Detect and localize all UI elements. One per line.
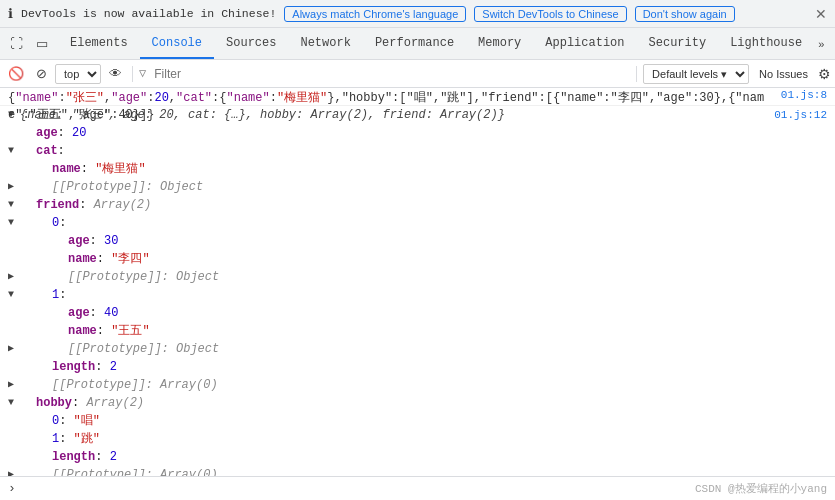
tab-memory[interactable]: Memory (466, 28, 533, 59)
filter-input[interactable] (150, 65, 630, 83)
tabs-container: Elements Console Sources Network Perform… (58, 28, 828, 59)
friend-1-name-val: "王五" (111, 322, 149, 340)
toolbar-divider2 (636, 66, 637, 82)
log-line-1-source[interactable]: 01.js:8 (777, 89, 827, 101)
tab-bar-left-icons: ⛶ ▭ (4, 32, 54, 56)
toggle-filter-btn[interactable]: ⊘ (32, 64, 51, 83)
tab-bar-right-icons: ⚙ ⋮ ✕ (828, 32, 835, 56)
footer-watermark: CSDN @热爱编程的小yang (695, 481, 827, 496)
friend-1-index: 1 (52, 286, 59, 304)
prop-hobby-key: hobby (36, 394, 72, 412)
console-prompt-icon: › (8, 481, 16, 496)
prop-friend-type: Array(2) (94, 196, 152, 214)
friend-1-name: name : "王五" (0, 322, 835, 340)
log-line-1: {"name":"张三","age":20,"cat":{"name":"梅里猫… (0, 88, 835, 106)
clear-console-btn[interactable]: 🚫 (4, 64, 28, 83)
friend-0-age: age : 30 (0, 232, 835, 250)
friend-1-age-val: 40 (104, 304, 118, 322)
friend-0-proto-label: [[Prototype]]: Object (68, 268, 219, 286)
prop-age: age : 20 (0, 124, 835, 142)
dont-show-btn[interactable]: Don't show again (635, 6, 735, 22)
notification-icon: ℹ (8, 6, 13, 22)
notification-close-btn[interactable]: ✕ (815, 6, 827, 22)
hobby-0-val: "唱" (74, 412, 100, 430)
friend-1-age: age : 40 (0, 304, 835, 322)
switch-devtools-btn[interactable]: Switch DevTools to Chinese (474, 6, 626, 22)
prop-cat-key: cat (36, 142, 58, 160)
toolbar-divider (132, 66, 133, 82)
notification-text: DevTools is now available in Chinese! (21, 7, 276, 20)
settings-gear-btn[interactable]: ⚙ (828, 32, 835, 56)
notification-bar: ℹ DevTools is now available in Chinese! … (0, 0, 835, 28)
prop-friend-key: friend (36, 196, 79, 214)
console-toolbar: 🚫 ⊘ top 👁 ▽ Default levels ▾ No Issues ⚙ (0, 60, 835, 88)
cat-prototype: ▶ [[Prototype]]: Object (0, 178, 835, 196)
hobby-length: length : 2 (0, 448, 835, 466)
device-toolbar-btn[interactable]: ▭ (30, 32, 54, 56)
friend-0-name-val: "李四" (111, 250, 149, 268)
prop-cat-name-val: "梅里猫" (95, 160, 145, 178)
tab-application[interactable]: Application (533, 28, 636, 59)
eye-icon-btn[interactable]: 👁 (105, 64, 126, 83)
hobby-1-val: "跳" (74, 430, 100, 448)
friend-0-proto: ▶ [[Prototype]]: Object (0, 268, 835, 286)
prop-friend-header[interactable]: ▼ friend : Array(2) (0, 196, 835, 214)
filter-icon: ▽ (139, 66, 146, 81)
more-tabs-btn[interactable]: » (814, 28, 828, 59)
hobby-0: 0 : "唱" (0, 412, 835, 430)
friend-0-name: name : "李四" (0, 250, 835, 268)
friend-1-proto: ▶ [[Prototype]]: Object (0, 340, 835, 358)
friend-0-header[interactable]: ▼ 0 : (0, 214, 835, 232)
tab-elements[interactable]: Elements (58, 28, 140, 59)
cat-proto-label: [[Prototype]]: Object (52, 178, 203, 196)
hobby-length-val: 2 (110, 448, 117, 466)
friend-arr-proto: ▶ [[Prototype]]: Array(0) (0, 376, 835, 394)
tab-sources[interactable]: Sources (214, 28, 288, 59)
expanded-object: ▼ {name: '张三', age: 20, cat: {…}, hobby:… (0, 106, 835, 476)
hobby-1: 1 : "跳" (0, 430, 835, 448)
prop-hobby-header[interactable]: ▼ hobby : Array(2) (0, 394, 835, 412)
console-output: {"name":"张三","age":20,"cat":{"name":"梅里猫… (0, 88, 835, 476)
prop-age-val: 20 (72, 124, 86, 142)
log-line-1-content: {"name":"张三","age":20,"cat":{"name":"梅里猫… (8, 89, 777, 123)
friend-0-age-val: 30 (104, 232, 118, 250)
hobby-arr-proto-label: [[Prototype]]: Array(0) (52, 466, 218, 476)
tab-console[interactable]: Console (140, 28, 214, 59)
prop-hobby-type: Array(2) (86, 394, 144, 412)
friend-1-proto-label: [[Prototype]]: Object (68, 340, 219, 358)
no-issues-btn[interactable]: No Issues (753, 66, 814, 82)
obj-summary-source[interactable]: 01.js:12 (774, 106, 827, 124)
tab-performance[interactable]: Performance (363, 28, 466, 59)
prop-age-key: age (36, 124, 58, 142)
hobby-arr-proto: ▶ [[Prototype]]: Array(0) (0, 466, 835, 476)
prop-cat-name: name : "梅里猫" (0, 160, 835, 178)
tab-security[interactable]: Security (637, 28, 719, 59)
levels-select[interactable]: Default levels ▾ (643, 64, 749, 84)
prop-cat-name-key: name (52, 160, 81, 178)
match-language-btn[interactable]: Always match Chrome's language (284, 6, 466, 22)
tab-bar: ⛶ ▭ Elements Console Sources Network Per… (0, 28, 835, 60)
friend-1-header[interactable]: ▼ 1 : (0, 286, 835, 304)
tab-network[interactable]: Network (288, 28, 362, 59)
context-select[interactable]: top (55, 64, 101, 84)
inspect-icon-btn[interactable]: ⛶ (4, 32, 28, 56)
tab-lighthouse[interactable]: Lighthouse (718, 28, 814, 59)
console-settings-btn[interactable]: ⚙ (818, 66, 831, 82)
friend-length-val: 2 (110, 358, 117, 376)
prop-cat-header[interactable]: ▼ cat : (0, 142, 835, 160)
friend-0-index: 0 (52, 214, 59, 232)
friend-length: length : 2 (0, 358, 835, 376)
friend-arr-proto-label: [[Prototype]]: Array(0) (52, 376, 218, 394)
